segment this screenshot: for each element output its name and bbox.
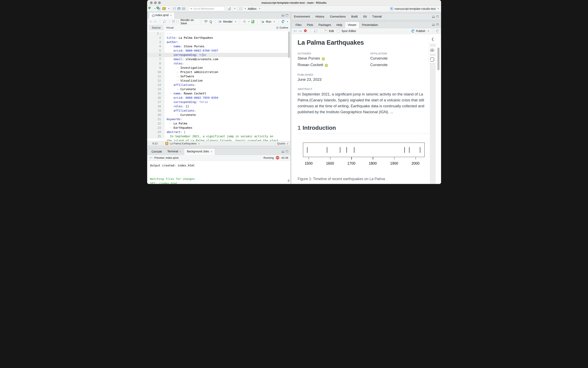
code-line[interactable]: 11 - Software <box>147 74 290 79</box>
version-control-dropdown[interactable]: ▼ <box>234 8 235 9</box>
code-line[interactable]: 14 - Curvenote <box>147 87 290 91</box>
tab-terminal[interactable]: Terminal✕ <box>165 148 184 155</box>
code-line[interactable]: 2title: La Palma Earthquakes <box>147 36 290 40</box>
code-line[interactable]: 9 - Investigation <box>147 66 290 70</box>
publish-button[interactable]: Publish <box>416 29 425 33</box>
addins-menu[interactable]: Addins <box>248 7 257 10</box>
code-line[interactable]: 12 - Visualization <box>147 79 290 83</box>
run-button[interactable]: Run <box>266 20 271 23</box>
new-project-icon[interactable]: R+ <box>157 7 161 10</box>
code-line[interactable]: 6 corresponding: true <box>147 53 290 57</box>
minimize-pane-icon[interactable] <box>282 150 284 153</box>
stop-job-icon[interactable]: STOP <box>276 156 279 159</box>
viewer-forward-icon[interactable] <box>299 30 302 32</box>
tab-connections[interactable]: Connections <box>327 13 349 20</box>
new-file-dropdown[interactable]: ▼ <box>154 8 156 9</box>
find-replace-icon[interactable] <box>209 20 212 23</box>
print-icon[interactable] <box>182 7 185 10</box>
open-in-browser-icon[interactable] <box>314 30 317 32</box>
code-line[interactable]: 1 ▾--- <box>147 31 290 36</box>
publish-icon[interactable] <box>412 30 414 32</box>
maximize-pane-icon[interactable] <box>286 14 288 16</box>
code-line[interactable]: 13 affiliations: <box>147 83 290 87</box>
annotate-button[interactable] <box>428 56 436 63</box>
code-line[interactable]: 24abstract: | <box>147 130 290 134</box>
render-button[interactable]: Render <box>223 20 233 23</box>
minimize-pane-icon[interactable] <box>282 14 284 16</box>
code-line[interactable]: 15 - name: Rowan Cockett <box>147 91 290 96</box>
tab-background-jobs[interactable]: Background Jobs✕ <box>184 148 215 155</box>
open-file-icon[interactable]: ➜ <box>162 8 166 10</box>
publish-dropdown[interactable]: ▼ <box>428 30 429 32</box>
panes-dropdown[interactable]: ▼ <box>244 8 246 9</box>
console-scrollbar[interactable] <box>288 179 290 182</box>
back-to-jobs-icon[interactable] <box>149 156 153 159</box>
tab-index-qmd[interactable]: index.qmd✕ <box>149 12 175 18</box>
code-line[interactable]: 4 - name: Steve Purves <box>147 44 290 48</box>
code-line[interactable]: 21keywords: <box>147 117 290 121</box>
section-navigator[interactable]: La Palma Earthquakes <box>170 142 197 145</box>
goto-file-input[interactable] <box>193 7 220 10</box>
tab-help[interactable]: Help <box>334 22 345 28</box>
code-line[interactable]: 19 affiliations: <box>147 109 290 113</box>
goto-file-box[interactable]: ➦ <box>189 7 225 11</box>
code-line[interactable]: 25 In September 2021, a significant jump… <box>147 134 290 138</box>
rerun-icon[interactable] <box>282 20 285 23</box>
tab-plots[interactable]: Plots <box>304 22 316 28</box>
addins-dropdown[interactable]: ▼ <box>259 8 260 9</box>
insert-chunk-icon[interactable]: C+ <box>251 20 254 23</box>
editor-scrollbar[interactable] <box>288 31 290 58</box>
render-icon[interactable] <box>219 21 221 23</box>
tab-tutorial[interactable]: Tutorial <box>370 13 385 20</box>
options-dropdown[interactable]: ▼ <box>248 21 250 23</box>
rerun-dropdown[interactable]: ▼ <box>287 21 288 23</box>
open-recent-dropdown[interactable]: ▼ <box>168 8 170 9</box>
open-in-new-window-icon[interactable] <box>163 20 166 23</box>
viewer-back-icon[interactable] <box>293 30 297 32</box>
collapse-panel-button[interactable]: ❮ <box>428 34 437 44</box>
code-line[interactable]: 5 orcid: 0000-0002-0760-5497 <box>147 48 290 53</box>
job-output[interactable]: Output created: index.html Watching file… <box>147 161 290 184</box>
minimize-pane-icon[interactable] <box>432 16 435 18</box>
spellcheck-icon[interactable]: ABC✓ <box>204 20 208 23</box>
orcid-icon[interactable]: iD <box>325 64 328 67</box>
run-icon[interactable] <box>261 20 263 23</box>
close-tab-icon[interactable]: ✕ <box>170 14 172 17</box>
render-on-save-checkbox[interactable] <box>176 20 179 23</box>
maximize-pane-icon[interactable] <box>286 150 288 153</box>
viewer-scrollbar[interactable] <box>437 47 440 70</box>
forward-icon[interactable] <box>154 20 157 23</box>
mode-source-button[interactable]: Source <box>149 26 163 30</box>
sync-editor-checkbox[interactable] <box>337 30 340 32</box>
code-line[interactable]: 17 corresponding: false <box>147 100 290 104</box>
save-icon[interactable] <box>173 7 176 10</box>
maximize-pane-icon[interactable] <box>436 24 439 26</box>
section-updown-icon[interactable]: ▲▼ <box>198 143 200 145</box>
version-control-icon[interactable]: +−G <box>228 7 231 11</box>
tab-console[interactable]: Console <box>149 148 165 155</box>
code-line[interactable]: 7 email: steve@curvenote.com <box>147 57 290 61</box>
code-line[interactable]: 22 - La Palma <box>147 121 290 126</box>
code-line[interactable]: 16 orcid: 0000-0002-7859-8394 <box>147 96 290 100</box>
save-document-icon[interactable] <box>172 20 175 23</box>
code-line[interactable]: 18 roles: [] <box>147 104 290 109</box>
mode-visual-button[interactable]: Visual <box>163 26 176 30</box>
edit-icon[interactable] <box>324 30 327 33</box>
tab-files[interactable]: Files <box>293 22 304 28</box>
tab-environment[interactable]: Environment <box>291 13 313 20</box>
visibility-button[interactable] <box>428 46 436 54</box>
tab-build[interactable]: Build <box>349 13 360 20</box>
edit-button[interactable]: Edit <box>329 29 334 33</box>
tab-presentation[interactable]: Presentation <box>359 22 381 28</box>
back-icon[interactable] <box>149 20 152 23</box>
code-line[interactable]: 3author: <box>147 40 290 44</box>
tab-git[interactable]: Git <box>360 13 370 20</box>
code-line[interactable]: 20 - Curvenote <box>147 113 290 117</box>
outline-button[interactable]: Outline <box>276 26 288 29</box>
fold-arrow-icon[interactable]: ▾ <box>159 33 161 35</box>
save-all-icon[interactable] <box>177 7 180 10</box>
refresh-viewer-icon[interactable] <box>436 30 439 32</box>
tab-viewer[interactable]: Viewer <box>345 22 359 28</box>
project-switcher[interactable]: R manuscript-template-rstudio-test ▼ <box>390 7 439 10</box>
close-tab-icon[interactable]: ✕ <box>210 150 212 153</box>
